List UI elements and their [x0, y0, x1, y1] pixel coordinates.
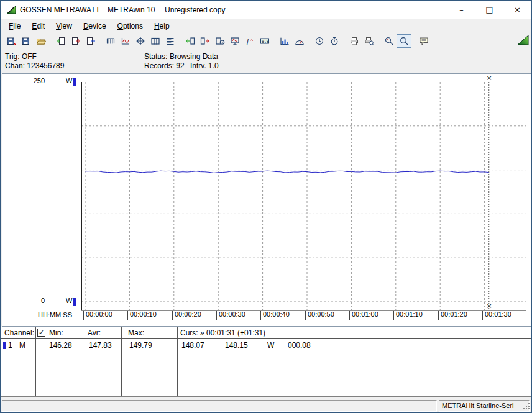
save-button[interactable]: [19, 34, 34, 48]
export-file-icon: [6, 37, 16, 45]
table-column-divider: [121, 327, 122, 396]
table-column-divider: [81, 327, 81, 396]
x-tick-label: 00:00:40: [260, 311, 290, 320]
page-import-icon: [56, 37, 66, 45]
save-icon: [21, 37, 31, 45]
toolbar-separator: [342, 34, 347, 48]
print-button[interactable]: [347, 34, 362, 48]
channel-range-marker-bottom: [73, 298, 76, 306]
cell-min: 146.28: [49, 341, 72, 350]
crosshair-button[interactable]: [133, 34, 148, 48]
data-table-button[interactable]: [148, 34, 163, 48]
table-column-divider: [222, 327, 222, 396]
y-max-label: 250: [30, 77, 45, 84]
menu-file[interactable]: File: [3, 20, 26, 32]
cell-unit: W: [267, 341, 274, 350]
scale-button[interactable]: [163, 34, 178, 48]
monitor-button[interactable]: [227, 34, 242, 48]
table-column-divider: [47, 327, 47, 396]
toolbar-separator: [411, 34, 416, 48]
minimize-button[interactable]: –: [447, 1, 475, 19]
bargraph-button[interactable]: [277, 34, 292, 48]
trend-plot[interactable]: [81, 82, 526, 311]
cell-delta: 000.08: [288, 341, 311, 350]
device-read-button[interactable]: [183, 34, 198, 48]
scale-icon: [165, 37, 175, 45]
statusbar-message-panel: [2, 400, 437, 412]
device-log-icon: [215, 37, 225, 45]
menu-options[interactable]: Options: [112, 20, 149, 32]
monitor-icon: [230, 37, 240, 45]
cell-channel-number: 1: [8, 341, 12, 350]
toolbar-separator: [178, 34, 183, 48]
y-unit-bottom: W: [66, 297, 72, 304]
page-transfer-button[interactable]: [83, 34, 98, 48]
header-max: Max:: [128, 329, 144, 337]
x-tick-label: 00:01:10: [393, 311, 423, 320]
menu-help[interactable]: Help: [149, 20, 175, 32]
clock-button[interactable]: [312, 34, 327, 48]
y-unit-top: W: [66, 77, 72, 84]
title-bar: GOSSEN METRAWATT METRAwin 10 Unregistere…: [1, 1, 531, 19]
device-log-button[interactable]: [213, 34, 227, 48]
zoom-button[interactable]: [397, 34, 411, 48]
print-icon: [349, 37, 359, 45]
title-product-name: METRAwin 10: [108, 6, 155, 14]
header-cursor: Curs: » 00:01:31 (+01:31): [180, 329, 265, 337]
device-read-icon: [185, 37, 195, 45]
channels-button[interactable]: [103, 34, 118, 48]
cell-max: 149.79: [129, 341, 152, 350]
close-button[interactable]: ×: [503, 1, 531, 19]
data-table-icon: [150, 37, 160, 45]
print-preview-icon: [364, 37, 374, 45]
table-header-divider: [1, 338, 532, 339]
annotation-icon: [419, 37, 429, 45]
resize-grip[interactable]: [523, 402, 531, 412]
print-preview-button[interactable]: [362, 34, 377, 48]
menu-view[interactable]: View: [50, 20, 78, 32]
cell-cursor-b: 148.15: [225, 341, 248, 350]
svg-text:8.8.8: 8.8.8: [262, 39, 270, 44]
x-tick-label: 00:01:20: [438, 311, 467, 320]
menu-device[interactable]: Device: [78, 20, 112, 32]
x-tick-label: 00:00:10: [127, 311, 157, 320]
channel-visible-checkbox[interactable]: ✓: [37, 329, 45, 337]
menu-bar: File Edit View Device Options Help: [1, 19, 531, 33]
digital-display-button[interactable]: 8.8.8: [257, 34, 272, 48]
zoom-trend-icon: [384, 37, 394, 45]
svg-text:ƒ: ƒ: [246, 37, 250, 45]
channel-list: Chan: 123456789: [5, 61, 64, 70]
toolbar: ƒ 8.8.8: [1, 33, 531, 49]
page-import-button[interactable]: [53, 34, 68, 48]
timer-button[interactable]: [327, 34, 342, 48]
maximize-button[interactable]: □: [475, 1, 503, 19]
status-bar: METRAHit Starline-Seri: [1, 399, 531, 413]
function-button[interactable]: ƒ: [242, 34, 257, 48]
toolbar-separator: [272, 34, 277, 48]
export-file-button[interactable]: [4, 34, 19, 48]
table-column-divider: [35, 327, 36, 396]
cell-avr: 147.83: [89, 341, 112, 350]
title-app-name: GOSSEN METRAWATT: [20, 6, 100, 14]
channels-icon: [106, 37, 116, 45]
trigger-status: Trig: OFF: [5, 52, 37, 61]
chart-panel: 250 W 0 W × × HH:MM:SS 00:00:00 00:00:10…: [2, 73, 531, 327]
title-license-status: Unregistered copy: [165, 6, 225, 14]
annotation-button[interactable]: [416, 34, 431, 48]
zoom-icon: [399, 37, 409, 45]
menu-edit[interactable]: Edit: [26, 20, 50, 32]
header-min: Min:: [49, 329, 63, 337]
cursor-handle-top[interactable]: ×: [485, 74, 493, 82]
device-send-button[interactable]: [198, 34, 213, 48]
header-avr: Avr:: [88, 329, 101, 337]
info-panel: Trig: OFF Chan: 123456789 Status: Browsi…: [1, 49, 531, 73]
zoom-trend-button[interactable]: [382, 34, 397, 48]
analog-meter-button[interactable]: [292, 34, 307, 48]
cursor-handle-bottom[interactable]: ×: [485, 302, 493, 310]
bargraph-icon: [280, 37, 290, 45]
toolbar-separator: [307, 34, 312, 48]
digital-display-icon: 8.8.8: [260, 37, 270, 45]
open-button[interactable]: [34, 34, 48, 48]
trend-view-button[interactable]: [118, 34, 133, 48]
page-export-button[interactable]: [68, 34, 83, 48]
